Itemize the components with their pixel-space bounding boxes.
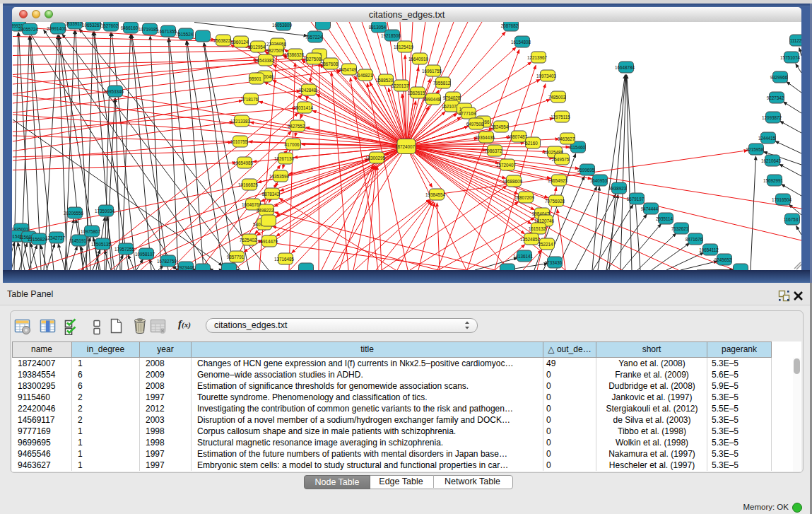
svg-text:16914479: 16914479 [258, 239, 278, 244]
svg-text:13716485: 13716485 [274, 257, 295, 262]
svg-text:10654112: 10654112 [699, 247, 719, 252]
svg-text:18267130: 18267130 [274, 156, 295, 161]
svg-text:16120746: 16120746 [534, 218, 555, 223]
svg-text:18807209: 18807209 [514, 195, 535, 200]
svg-text:1145191: 1145191 [69, 238, 87, 243]
svg-text:1588520: 1588520 [376, 78, 394, 83]
svg-text:19654985: 19654985 [233, 160, 254, 165]
svg-text:18300295: 18300295 [365, 156, 386, 160]
svg-text:9227342: 9227342 [767, 95, 784, 100]
svg-text:15692991: 15692991 [763, 178, 784, 183]
svg-text:18724007: 18724007 [395, 144, 416, 149]
svg-text:6466160: 6466160 [121, 25, 139, 30]
svg-text:7515524: 7515524 [176, 32, 194, 37]
svg-text:11122: 11122 [790, 38, 801, 43]
svg-text:19218506: 19218506 [381, 33, 401, 38]
svg-text:9242848: 9242848 [299, 88, 317, 93]
svg-text:9827509: 9827509 [266, 48, 284, 53]
svg-text:13654923: 13654923 [548, 178, 568, 183]
svg-text:9146821: 9146821 [355, 73, 373, 78]
svg-text:9463627: 9463627 [558, 136, 575, 141]
svg-text:8471676: 8471676 [686, 237, 703, 242]
svg-text:8215958: 8215958 [746, 147, 764, 152]
svg-text:14136141: 14136141 [513, 254, 534, 259]
svg-text:16782759: 16782759 [157, 259, 177, 264]
svg-text:16640910: 16640910 [408, 57, 429, 62]
svg-text:252214: 252214 [538, 242, 553, 247]
svg-text:9777169: 9777169 [459, 111, 476, 116]
svg-text:8990448: 8990448 [423, 97, 441, 102]
svg-text:9474444: 9474444 [641, 206, 659, 211]
svg-text:6497508: 6497508 [466, 122, 484, 127]
svg-text:12213967: 12213967 [527, 55, 548, 60]
svg-text:20953346: 20953346 [104, 89, 124, 94]
svg-text:1733436: 1733436 [545, 260, 563, 265]
svg-text:15720407: 15720407 [496, 163, 517, 168]
svg-text:2935114: 2935114 [656, 216, 673, 221]
svg-text:7632621: 7632621 [671, 226, 689, 231]
svg-text:9794028: 9794028 [443, 95, 461, 100]
svg-text:10807487: 10807487 [507, 134, 528, 139]
svg-text:8813054: 8813054 [369, 25, 387, 30]
svg-text:1010755: 1010755 [230, 139, 248, 144]
svg-text:8454749: 8454749 [339, 67, 357, 72]
svg-text:1244415: 1244415 [758, 136, 776, 141]
svg-text:1833912: 1833912 [65, 22, 83, 26]
svg-text:12342737: 12342737 [45, 235, 66, 240]
svg-text:8912954: 8912954 [248, 45, 266, 49]
svg-text:7563822: 7563822 [213, 38, 231, 43]
svg-text:62160: 62160 [525, 141, 538, 146]
svg-text:18386328: 18386328 [284, 52, 305, 57]
svg-text:10975867: 10975867 [81, 229, 101, 234]
svg-text:7957224: 7957224 [305, 35, 323, 40]
svg-text:12093872: 12093872 [762, 115, 782, 120]
svg-text:70756928: 70756928 [545, 199, 565, 204]
svg-text:20364436: 20364436 [475, 135, 495, 140]
svg-text:8220137: 8220137 [392, 83, 409, 88]
svg-text:19166825: 19166825 [238, 182, 259, 187]
svg-text:12213383: 12213383 [230, 119, 251, 124]
svg-text:16053809: 16053809 [272, 23, 293, 28]
svg-text:1640953: 1640953 [590, 178, 608, 183]
svg-text:12975115: 12975115 [551, 115, 570, 119]
svg-text:9329966: 9329966 [770, 75, 788, 80]
svg-text:10973403: 10973403 [536, 74, 557, 78]
svg-text:17359934: 17359934 [95, 209, 115, 214]
svg-text:16671355: 16671355 [157, 29, 177, 34]
svg-text:2087682: 2087682 [501, 23, 519, 28]
svg-text:3824554: 3824554 [491, 124, 509, 129]
svg-text:1615132: 1615132 [529, 226, 546, 231]
svg-text:10653267: 10653267 [82, 23, 102, 28]
svg-text:16154808: 16154808 [511, 40, 531, 45]
svg-text:2718176: 2718176 [241, 97, 259, 102]
svg-text:7955812: 7955812 [433, 81, 451, 86]
svg-text:18125419: 18125419 [394, 45, 414, 49]
svg-text:15751074: 15751074 [780, 55, 801, 60]
svg-text:12505135: 12505135 [91, 242, 112, 247]
svg-text:8938923: 8938923 [609, 186, 627, 191]
svg-text:9427552: 9427552 [288, 124, 305, 129]
svg-text:20991406: 20991406 [47, 26, 67, 31]
svg-text:2867608: 2867608 [321, 62, 339, 66]
svg-text:116753: 116753 [784, 217, 799, 222]
svg-text:28031414: 28031414 [293, 105, 314, 110]
svg-text:19384554: 19384554 [425, 192, 446, 197]
svg-text:6679197: 6679197 [627, 197, 645, 201]
svg-text:417006: 417006 [284, 142, 300, 147]
svg-text:9115460: 9115460 [568, 145, 586, 150]
svg-text:10688609: 10688609 [502, 179, 523, 184]
svg-text:13524851: 13524851 [520, 237, 541, 242]
svg-text:14353594: 14353594 [269, 174, 290, 179]
svg-text:16543382: 16543382 [254, 58, 275, 63]
svg-text:16210643: 16210643 [761, 158, 782, 163]
svg-text:12923448: 12923448 [175, 265, 195, 270]
svg-text:1362615: 1362615 [408, 90, 425, 95]
svg-text:7485003: 7485003 [548, 95, 566, 100]
svg-text:9699695: 9699695 [577, 168, 595, 173]
svg-text:17957255: 17957255 [114, 247, 135, 252]
svg-text:20206556: 20206556 [64, 211, 84, 216]
svg-text:98901: 98901 [249, 76, 261, 81]
svg-text:16648784: 16648784 [615, 65, 635, 70]
svg-text:9857791: 9857791 [227, 255, 245, 259]
svg-text:16961755: 16961755 [422, 69, 442, 74]
